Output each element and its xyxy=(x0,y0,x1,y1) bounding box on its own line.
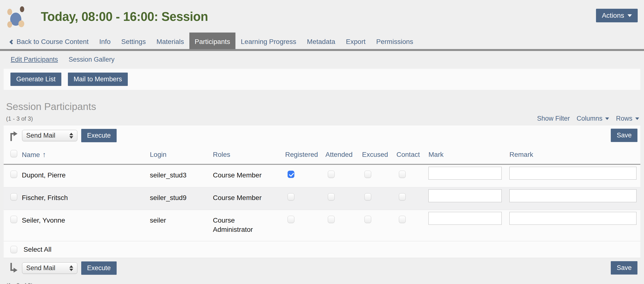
execute-button-top[interactable]: Execute xyxy=(81,129,117,142)
subtab-session-gallery[interactable]: Session Gallery xyxy=(68,56,114,63)
sort-ascending-icon: ↑ xyxy=(42,150,46,158)
generate-list-button[interactable]: Generate List xyxy=(10,73,61,86)
column-header-mark: Mark xyxy=(428,146,510,164)
column-header-login[interactable]: Login xyxy=(150,146,213,164)
table-header-row: Name↑ Login Roles Registered Attended Ex… xyxy=(4,146,640,164)
remark-input[interactable] xyxy=(510,189,636,202)
column-header-contact: Contact xyxy=(396,146,428,164)
tab-metadata[interactable]: Metadata xyxy=(302,35,341,49)
back-to-course-content-link[interactable]: Back to Course Content xyxy=(6,35,94,49)
participants-table: Name↑ Login Roles Registered Attended Ex… xyxy=(4,146,640,241)
registered-checkbox[interactable] xyxy=(288,216,294,223)
contact-checkbox[interactable] xyxy=(399,171,406,178)
select-stepper-icon xyxy=(69,133,73,139)
excused-checkbox[interactable] xyxy=(364,216,371,223)
cell-roles: Course Member xyxy=(213,187,285,210)
column-header-remark: Remark xyxy=(510,146,640,164)
columns-dropdown[interactable]: Columns xyxy=(576,115,609,122)
cell-login: seiler_stud9 xyxy=(150,187,213,210)
session-object-icon xyxy=(7,6,26,27)
table-view-controls: Show Filter Columns Rows xyxy=(537,115,639,122)
cell-login: seiler xyxy=(150,210,213,241)
registered-checkbox[interactable] xyxy=(288,171,294,178)
attended-checkbox[interactable] xyxy=(328,216,334,223)
cell-name: Fischer, Fritsch xyxy=(22,187,150,210)
contact-checkbox[interactable] xyxy=(399,216,406,223)
subtab-edit-participants[interactable]: Edit Participants xyxy=(11,56,58,63)
tab-settings[interactable]: Settings xyxy=(116,35,151,49)
mark-input[interactable] xyxy=(428,212,502,225)
cell-roles: Course Administrator xyxy=(213,210,285,241)
chevron-down-icon xyxy=(628,14,632,17)
attended-checkbox[interactable] xyxy=(328,193,334,200)
result-range-top: (1 - 3 of 3) xyxy=(6,115,33,122)
tab-materials[interactable]: Materials xyxy=(151,35,189,49)
chevron-down-icon xyxy=(605,118,609,120)
tab-learning-progress[interactable]: Learning Progress xyxy=(236,35,302,49)
save-button-bottom[interactable]: Save xyxy=(611,261,638,274)
contact-checkbox[interactable] xyxy=(399,193,406,200)
show-filter-link[interactable]: Show Filter xyxy=(537,115,570,122)
table-top-action-bar: Send Mail Execute Save xyxy=(4,126,640,146)
table-title: Session Participants xyxy=(6,101,644,112)
column-header-name[interactable]: Name↑ xyxy=(22,146,150,164)
tab-export[interactable]: Export xyxy=(341,35,371,49)
save-button-top[interactable]: Save xyxy=(611,129,638,142)
row-select-checkbox[interactable] xyxy=(10,193,17,200)
table-row: Seiler, Yvonne seiler Course Administrat… xyxy=(4,210,640,241)
registered-checkbox[interactable] xyxy=(288,193,294,200)
chevron-down-icon xyxy=(635,118,639,120)
cell-login: seiler_stud3 xyxy=(150,164,213,187)
column-header-attended: Attended xyxy=(326,146,362,164)
select-all-row: Select All xyxy=(4,241,640,258)
column-header-registered: Registered xyxy=(285,146,326,164)
cell-name: Seiler, Yvonne xyxy=(22,210,150,241)
table-row: Dupont, Pierre seiler_stud3 Course Membe… xyxy=(4,164,640,187)
excused-checkbox[interactable] xyxy=(364,171,371,178)
header-select-checkbox[interactable] xyxy=(10,150,17,157)
select-stepper-icon xyxy=(69,265,73,271)
mark-input[interactable] xyxy=(428,167,502,180)
cell-name: Dupont, Pierre xyxy=(22,164,150,187)
cell-roles: Course Member xyxy=(213,164,285,187)
page-header: Today, 08:00 - 16:00: Session Actions xyxy=(0,0,644,28)
table-bottom-action-bar: Send Mail Execute Save xyxy=(4,258,640,278)
tab-bar: Back to Course Content Info Settings Mat… xyxy=(0,33,644,51)
mail-to-members-button[interactable]: Mail to Members xyxy=(68,73,128,86)
rows-dropdown[interactable]: Rows xyxy=(616,115,639,122)
row-select-checkbox[interactable] xyxy=(10,171,17,178)
remark-input[interactable] xyxy=(510,167,636,180)
bulk-action-select[interactable]: Send Mail xyxy=(22,130,77,141)
remark-input[interactable] xyxy=(510,212,636,225)
toolbar: Generate List Mail to Members xyxy=(4,69,640,90)
chevron-left-icon xyxy=(10,40,14,45)
apply-to-selection-down-icon xyxy=(9,262,18,274)
tab-permissions[interactable]: Permissions xyxy=(371,35,418,49)
excused-checkbox[interactable] xyxy=(364,193,371,200)
attended-checkbox[interactable] xyxy=(328,171,334,178)
apply-to-selection-up-icon xyxy=(9,130,18,142)
page-title: Today, 08:00 - 16:00: Session xyxy=(41,10,208,24)
table-meta-row: (1 - 3 of 3) Show Filter Columns Rows xyxy=(6,115,638,124)
tab-info[interactable]: Info xyxy=(94,35,116,49)
sub-tab-bar: Edit Participants Session Gallery xyxy=(0,51,644,63)
actions-button[interactable]: Actions xyxy=(596,9,638,22)
table-row: Fischer, Fritsch seiler_stud9 Course Mem… xyxy=(4,187,640,210)
mark-input[interactable] xyxy=(428,189,502,202)
row-select-checkbox[interactable] xyxy=(10,216,17,223)
result-range-bottom: (1 - 3 of 3) xyxy=(6,282,644,284)
participants-table-panel: Send Mail Execute Save Name↑ Login Roles… xyxy=(4,126,640,278)
column-header-excused: Excused xyxy=(362,146,396,164)
select-all-checkbox[interactable] xyxy=(10,246,17,253)
column-header-roles[interactable]: Roles xyxy=(213,146,285,164)
bulk-action-select[interactable]: Send Mail xyxy=(22,262,77,274)
execute-button-bottom[interactable]: Execute xyxy=(81,261,117,275)
tab-participants[interactable]: Participants xyxy=(189,33,236,49)
select-all-label: Select All xyxy=(24,246,52,253)
